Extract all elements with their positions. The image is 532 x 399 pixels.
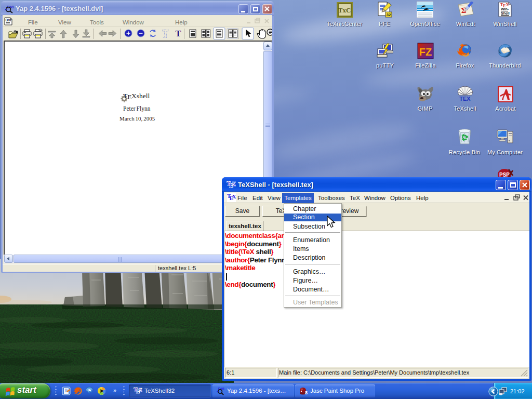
svg-text:Win-: Win- (501, 7, 509, 11)
svg-text:TxC: TxC (338, 6, 351, 14)
svg-text:32: 32 (387, 12, 391, 17)
svg-text:X: X (232, 180, 236, 188)
svg-text:X: X (232, 193, 236, 200)
svg-text:Shell: Shell (501, 11, 510, 15)
svg-text:DVI: DVI (218, 387, 224, 391)
svg-text:TEX: TEX (459, 96, 471, 102)
svg-text:8: 8 (305, 390, 308, 395)
svg-text:FZ: FZ (419, 46, 432, 58)
svg-text:X: X (138, 387, 142, 393)
svg-text:T: T (175, 29, 181, 38)
